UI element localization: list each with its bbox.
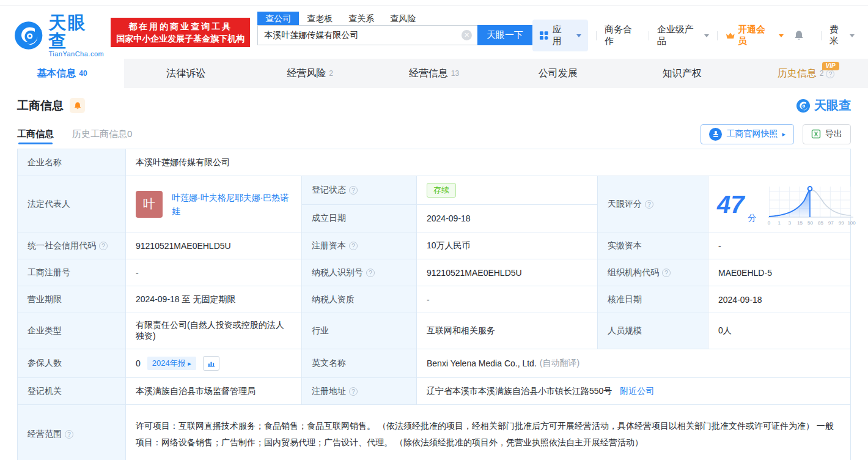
search-type-tab[interactable]: 查关系	[340, 12, 382, 25]
menu-vip[interactable]: 开通会员	[726, 24, 783, 47]
nav-tab[interactable]: 知识产权	[620, 59, 744, 88]
search-input[interactable]	[257, 25, 477, 45]
field-label: 注册地址 ?	[302, 378, 417, 404]
field-value: 10万人民币	[417, 232, 598, 259]
status-badge: 存续	[427, 183, 456, 198]
excel-icon	[811, 129, 821, 139]
nav-tab[interactable]: 法律诉讼	[124, 59, 248, 88]
status-value-cell: 存续	[417, 176, 597, 204]
official-snapshot-button[interactable]: 工商官网快照 ▸	[701, 124, 794, 144]
table-row: 登记机关 本溪满族自治县市场监督管理局 注册地址 ? 辽宁省本溪市本溪满族自治县…	[18, 378, 850, 405]
nav-tab[interactable]: 公司发展	[496, 59, 620, 88]
notification-bell-icon[interactable]	[793, 30, 804, 41]
field-label: 登记机关	[18, 378, 126, 404]
help-icon[interactable]: ?	[65, 430, 73, 439]
nav-tab[interactable]: 历史信息2VIP?	[744, 59, 868, 88]
nav-tab[interactable]: 经营风险2	[248, 59, 372, 88]
field-label: 纳税人资质	[302, 286, 417, 313]
score-unit: 分	[748, 213, 757, 224]
field-label: 人员规模	[598, 313, 708, 349]
status-label: 登记状态	[312, 185, 346, 196]
divider	[717, 31, 718, 40]
tianyancha-logo[interactable]: 天眼查 TianYanCha.com	[13, 13, 105, 58]
field-label: 企业类型	[18, 313, 126, 349]
annual-report-label: 2024年报	[152, 358, 186, 368]
tab-history-business-info[interactable]: 历史工商信息0	[72, 120, 132, 148]
score-chart-tick: 97	[826, 220, 836, 226]
section-header: 工商信息 天眼查	[17, 88, 851, 119]
scope-label: 经营范围	[28, 429, 62, 440]
nav-tab[interactable]: 基本信息40	[0, 59, 124, 88]
field-value: 91210521MAE0EHLD5U	[126, 232, 302, 259]
table-row: 统一社会信用代码?91210521MAE0EHLD5U注册资本?10万人民币实缴…	[18, 232, 850, 259]
help-icon[interactable]: ?	[645, 200, 653, 209]
chevron-down-icon	[779, 34, 784, 37]
chart-icon[interactable]	[203, 356, 219, 371]
nav-tab-label: 历史信息	[778, 68, 817, 78]
field-label: 法定代表人	[18, 176, 126, 232]
field-label: 统一社会信用代码?	[18, 232, 126, 259]
nav-tab-label: 经营信息	[409, 68, 448, 78]
menu-cooperation[interactable]: 商务合作	[605, 24, 641, 47]
help-icon[interactable]: ?	[366, 269, 375, 277]
nearby-companies-link[interactable]: 附近公司	[620, 386, 654, 397]
tab-business-info[interactable]: 工商信息	[17, 120, 54, 148]
nav-tab[interactable]: 经营信息13	[372, 59, 496, 88]
help-icon[interactable]: ?	[349, 387, 358, 396]
help-icon[interactable]: ?	[826, 70, 834, 78]
field-value: 2024-09-18	[708, 286, 850, 313]
apps-label: 应用	[553, 24, 570, 47]
menu-enterprise[interactable]: 企业级产品	[657, 24, 710, 47]
annual-report-badge[interactable]: 2024年报 ▸	[147, 357, 196, 370]
score-chart-tick: 1	[774, 220, 784, 226]
insured-count: 0	[136, 358, 141, 368]
help-icon[interactable]: ?	[349, 186, 358, 195]
header-menu: 应用 商务合作 企业级产品 开通会员 费米	[532, 20, 855, 51]
table-row: 企业类型有限责任公司(自然人投资或控股的法人独资)行业互联网和相关服务人员规模0…	[18, 313, 850, 349]
table-row: 法定代表人 叶 叶莲娜·叶夫格尼耶夫娜·巴热诺娃 登记状态 ? 存续 成立日期	[18, 176, 850, 232]
score-chart-tick: 100	[847, 220, 857, 226]
score-chart-axis: 0131550859799100	[764, 220, 857, 226]
search-button[interactable]: 天眼一下	[477, 25, 532, 45]
search-type-tab[interactable]: 查风险	[382, 12, 424, 25]
field-value: 0人	[708, 313, 850, 349]
field-label: 企业名称	[18, 149, 126, 176]
field-label: 英文名称	[302, 349, 417, 377]
field-value: MAE0EHLD-5	[708, 259, 850, 286]
score-chart-tick: 50	[805, 220, 815, 226]
address-cell: 辽宁省本溪市本溪满族自治县小市镇长江路550号 附近公司	[417, 378, 850, 404]
nav-tab-label: 知识产权	[663, 68, 702, 78]
crown-icon	[726, 32, 735, 40]
brand-name: 天眼查	[48, 13, 105, 50]
site-header: 天眼查 TianYanCha.com 都在用的商业查询工具 国家中小企业发展子基…	[0, 6, 868, 59]
company-nav-tabs: 基本信息40法律诉讼经营风险2经营信息13公司发展知识产权历史信息2VIP?	[0, 59, 868, 88]
legal-rep-link[interactable]: 叶莲娜·叶夫格尼耶夫娜·巴热诺娃	[172, 191, 292, 218]
table-row: 企业名称 本溪叶莲娜传媒有限公司	[18, 149, 850, 176]
score-chart-tick: 0	[764, 220, 774, 226]
field-value: -	[417, 286, 598, 313]
field-label: 核准日期	[598, 286, 708, 313]
vip-badge: VIP	[822, 62, 839, 70]
apps-menu[interactable]: 应用	[532, 20, 588, 51]
help-icon[interactable]: ?	[662, 269, 671, 277]
nav-tab-count: 13	[451, 69, 459, 78]
field-value: 91210521MAE0EHLD5U	[417, 259, 598, 286]
menu-user[interactable]: 费米	[829, 24, 855, 47]
snapshot-label: 工商官网快照	[726, 128, 778, 139]
field-label: 组织机构代码?	[598, 259, 708, 286]
watermark-label: 天眼查	[814, 97, 851, 114]
nav-tab-count: 2	[329, 69, 333, 78]
registry-value: 本溪满族自治县市场监督管理局	[126, 378, 302, 404]
subscribe-bell-icon[interactable]	[70, 98, 85, 113]
score-cell: 47 分	[708, 176, 866, 232]
export-button[interactable]: 导出	[803, 124, 851, 144]
avatar[interactable]: 叶	[136, 191, 163, 218]
search-type-tab[interactable]: 查公司	[257, 12, 299, 25]
help-icon[interactable]: ?	[349, 242, 358, 250]
field-value: -	[708, 232, 850, 259]
help-icon[interactable]: ?	[99, 242, 108, 250]
search-type-tab[interactable]: 查老板	[299, 12, 340, 25]
business-scope-cell: 许可项目：互联网直播技术服务；食品销售；食品互联网销售。 （依法须经批准的项目，…	[126, 405, 850, 460]
field-value: 互联网和相关服务	[417, 313, 598, 349]
clear-search-icon[interactable]: ✕	[462, 30, 472, 40]
